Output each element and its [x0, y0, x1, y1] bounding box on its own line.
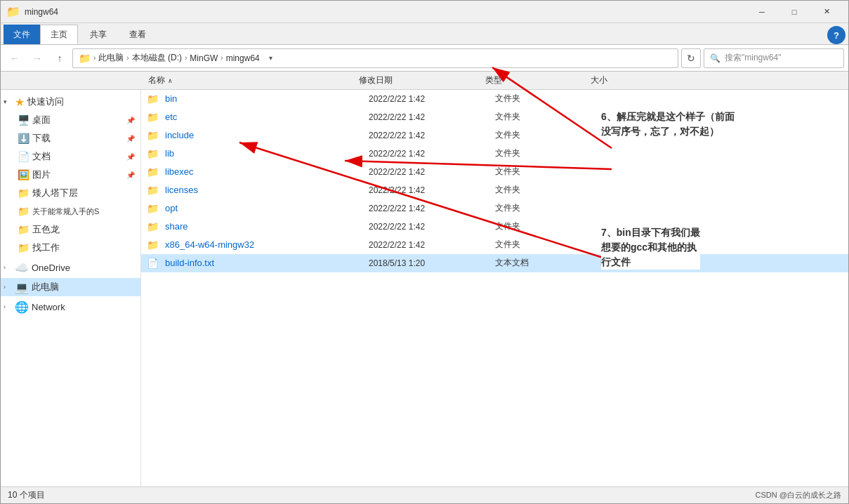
folder-icon: 📁: [147, 93, 161, 105]
status-bar: 10 个项目 CSDN @白云的成长之路: [1, 486, 848, 503]
file-name: lib: [165, 148, 369, 159]
ribbon-tabs: 文件 主页 共享 查看 ?: [1, 23, 848, 44]
folder-icon: 📁: [147, 166, 161, 178]
file-row[interactable]: 📁etc2022/2/22 1:42文件夹: [141, 108, 848, 126]
file-name: etc: [165, 112, 369, 122]
address-bar: ← → ↑ 📁 › 此电脑 › 本地磁盘 (D:) › MinGW › ming…: [1, 45, 848, 72]
desktop-icon: 🖥️: [18, 114, 29, 126]
address-box[interactable]: 📁 › 此电脑 › 本地磁盘 (D:) › MinGW › mingw64 ▾: [72, 48, 678, 68]
main-content: ▾ ★ 快速访问 🖥️ 桌面 📌 ⬇️ 下载 📌 📄 文档 📌: [1, 90, 848, 486]
file-row[interactable]: 📁include2022/2/22 1:42文件夹: [141, 126, 848, 145]
folder-icon: 📁: [147, 221, 161, 232]
file-row[interactable]: 📁opt2022/2/22 1:42文件夹: [141, 199, 848, 218]
file-row[interactable]: 📁lib2022/2/22 1:42文件夹: [141, 145, 848, 163]
tab-home[interactable]: 主页: [40, 25, 78, 44]
network-label: Network: [32, 302, 65, 312]
sidebar-item-documents[interactable]: 📄 文档 📌: [1, 147, 140, 166]
file-date: 2022/2/22 1:42: [369, 131, 495, 140]
sidebar-item-folder1[interactable]: 📁 矮人塔下层: [1, 184, 140, 202]
file-size: 52 KB: [600, 258, 671, 268]
quick-access-expand-icon: ▾: [4, 98, 12, 105]
thispc-header[interactable]: › 💻 此电脑: [1, 278, 140, 296]
pictures-icon: 🖼️: [18, 169, 29, 180]
thispc-section: › 💻 此电脑: [1, 278, 140, 296]
file-name: bin: [165, 93, 369, 104]
network-section: › 🌐 Network: [1, 298, 140, 316]
sidebar-label-folder2: 关于能常规入手的S: [32, 206, 99, 217]
sidebar-item-folder4[interactable]: 📁 找工作: [1, 239, 140, 257]
col-header-type[interactable]: 类型: [485, 74, 591, 86]
sidebar: ▾ ★ 快速访问 🖥️ 桌面 📌 ⬇️ 下载 📌 📄 文档 📌: [1, 90, 141, 486]
col-header-size[interactable]: 大小: [591, 74, 661, 86]
quick-access-label: 快速访问: [27, 95, 64, 108]
file-name: opt: [165, 203, 369, 213]
sidebar-item-pictures[interactable]: 🖼️ 图片 📌: [1, 166, 140, 184]
file-date: 2022/2/22 1:42: [369, 94, 495, 104]
tab-view[interactable]: 查看: [119, 25, 157, 44]
ribbon: 文件 主页 共享 查看 ?: [1, 23, 848, 45]
file-type: 文件夹: [495, 147, 600, 159]
address-dropdown-button[interactable]: ▾: [263, 48, 279, 68]
folder-icon: 📁: [147, 112, 161, 123]
file-type: 文件夹: [495, 93, 600, 105]
folder2-icon: 📁: [18, 206, 29, 217]
search-placeholder: 搜索"mingw64": [725, 52, 782, 64]
file-date: 2022/2/22 1:42: [369, 240, 495, 250]
file-type: 文件夹: [495, 220, 600, 232]
folder-icon: 📁: [147, 130, 161, 141]
forward-button[interactable]: →: [27, 48, 47, 68]
file-date: 2022/2/22 1:42: [369, 167, 495, 177]
minimize-button[interactable]: ─: [746, 1, 778, 23]
file-name: x86_64-w64-mingw32: [165, 239, 369, 250]
file-date: 2018/5/13 1:20: [369, 258, 495, 268]
tab-file[interactable]: 文件: [4, 25, 40, 44]
maximize-button[interactable]: □: [778, 1, 810, 23]
file-row[interactable]: 📁licenses2022/2/22 1:42文件夹: [141, 181, 848, 199]
folder3-icon: 📁: [18, 224, 29, 235]
file-name: libexec: [165, 166, 369, 177]
tab-share[interactable]: 共享: [79, 25, 117, 44]
quick-access-section: ▾ ★ 快速访问 🖥️ 桌面 📌 ⬇️ 下载 📌 📄 文档 📌: [1, 93, 140, 257]
file-date: 2022/2/22 1:42: [369, 185, 495, 195]
file-type: 文件夹: [495, 239, 600, 251]
file-row[interactable]: 📁libexec2022/2/22 1:42文件夹: [141, 163, 848, 181]
onedrive-header[interactable]: › ☁️ OneDrive: [1, 258, 140, 277]
sidebar-item-folder3[interactable]: 📁 五色龙: [1, 220, 140, 239]
quick-access-header[interactable]: ▾ ★ 快速访问: [1, 93, 140, 111]
file-date: 2022/2/22 1:42: [369, 204, 495, 213]
up-button[interactable]: ↑: [50, 48, 70, 68]
sidebar-label-pictures: 图片: [32, 168, 51, 181]
refresh-button[interactable]: ↻: [681, 48, 701, 68]
close-button[interactable]: ✕: [810, 1, 843, 23]
downloads-pin-icon: 📌: [126, 135, 135, 142]
help-button[interactable]: ?: [827, 26, 845, 44]
sidebar-label-folder4: 找工作: [32, 241, 60, 254]
sidebar-item-folder2[interactable]: 📁 关于能常规入手的S: [1, 202, 140, 220]
network-header[interactable]: › 🌐 Network: [1, 298, 140, 316]
network-icon: 🌐: [15, 300, 29, 314]
search-box[interactable]: 🔍 搜索"mingw64": [704, 48, 844, 68]
file-type: 文本文档: [495, 257, 600, 269]
folder-icon: 📁: [147, 203, 161, 214]
file-row[interactable]: 📁share2022/2/22 1:42文件夹: [141, 218, 848, 236]
file-row[interactable]: 📄build-info.txt2018/5/13 1:20文本文档52 KB: [141, 254, 848, 272]
pictures-pin-icon: 📌: [126, 171, 135, 179]
file-row[interactable]: 📁bin2022/2/22 1:42文件夹: [141, 90, 848, 108]
documents-icon: 📄: [18, 151, 29, 162]
sidebar-item-desktop[interactable]: 🖥️ 桌面 📌: [1, 111, 140, 129]
file-row[interactable]: 📁x86_64-w64-mingw322022/2/22 1:42文件夹: [141, 236, 848, 254]
folder-icon: 📁: [147, 239, 161, 251]
sidebar-label-folder1: 矮人塔下层: [32, 187, 78, 199]
folder4-icon: 📁: [18, 242, 29, 253]
col-header-date[interactable]: 修改日期: [359, 74, 485, 86]
back-button[interactable]: ←: [5, 48, 25, 68]
col-header-name[interactable]: 名称 ∧: [148, 74, 359, 86]
folder-icon: 📁: [147, 185, 161, 196]
file-type: 文件夹: [495, 202, 600, 214]
title-bar-text: mingw64: [25, 7, 746, 17]
sidebar-item-downloads[interactable]: ⬇️ 下载 📌: [1, 129, 140, 147]
file-name: include: [165, 130, 369, 140]
sidebar-label-folder3: 五色龙: [32, 223, 60, 236]
file-date: 2022/2/22 1:42: [369, 149, 495, 159]
onedrive-label: OneDrive: [32, 263, 70, 273]
